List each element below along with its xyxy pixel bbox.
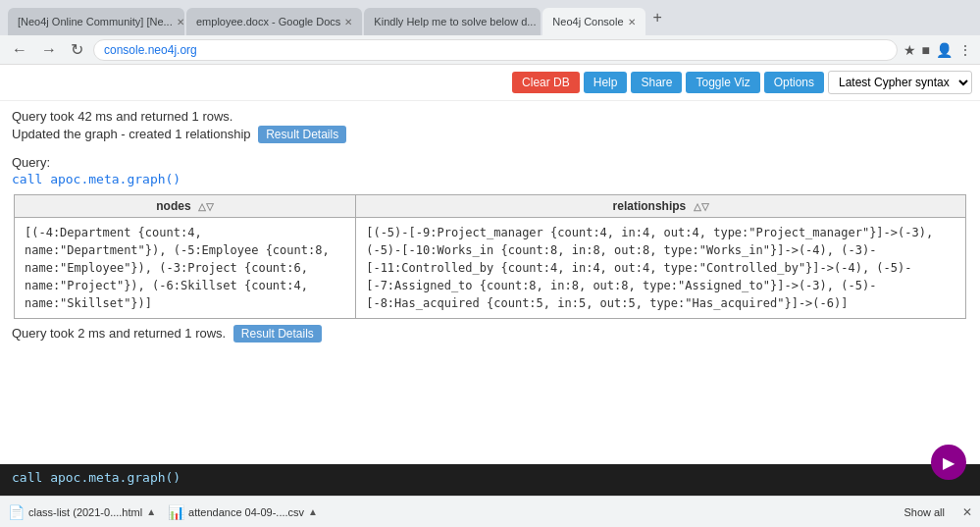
result-table: nodes △▽ relationships △▽ [(-4:Departmen… [14, 194, 966, 319]
play-icon: ▶ [943, 453, 954, 472]
browser-toolbar-icons: ★ ■ 👤 ⋮ [903, 42, 972, 58]
settings-icon[interactable]: ⋮ [958, 42, 972, 58]
result-line-1: Query took 42 ms and returned 1 rows. [12, 109, 968, 124]
table-row: [(-4:Department {count:4, name:"Departme… [15, 218, 966, 319]
result-details-button-1[interactable]: Result Details [258, 126, 346, 143]
tab-neo4j-community[interactable]: [Neo4j Online Community] [Ne... ✕ [8, 8, 184, 35]
tab-close-icon[interactable]: ✕ [177, 17, 184, 27]
download-item-2[interactable]: 📊 attendance 04-09-....csv ▲ [168, 504, 318, 520]
show-all-button[interactable]: Show all [898, 504, 951, 520]
cypher-syntax-select[interactable]: Latest Cypher syntax [828, 71, 972, 94]
toggle-viz-button[interactable]: Toggle Viz [686, 72, 759, 93]
csv-file-icon: 📊 [168, 504, 184, 520]
tab-google-docs[interactable]: employee.docx - Google Docs ✕ [186, 8, 362, 35]
help-button[interactable]: Help [584, 72, 628, 93]
profile-icon[interactable]: 👤 [936, 42, 953, 58]
clear-db-button[interactable]: Clear DB [512, 72, 580, 93]
query-label: Query: [12, 155, 968, 170]
query-timing: Query took 2 ms and returned 1 rows. Res… [12, 325, 968, 343]
tab-strip: [Neo4j Online Community] [Ne... ✕ employ… [8, 0, 668, 35]
cell-nodes: [(-4:Department {count:4, name:"Departme… [15, 218, 356, 319]
chevron-down-icon-1[interactable]: ▲ [146, 506, 156, 517]
main-content: Clear DB Help Share Toggle Viz Options L… [0, 65, 980, 496]
tab-close-icon[interactable]: ✕ [540, 17, 541, 27]
tab-neo4j-console[interactable]: Neo4j Console ✕ [542, 8, 645, 35]
address-bar: ← → ↻ console.neo4j.org ★ ■ 👤 ⋮ [0, 35, 980, 65]
download-item-1[interactable]: 📄 class-list (2021-0....html ▲ [8, 504, 156, 520]
query-area: Query took 42 ms and returned 1 rows. Up… [0, 101, 980, 464]
sort-icon-relationships[interactable]: △▽ [694, 201, 709, 212]
bookmark-icon[interactable]: ★ [903, 42, 916, 58]
forward-button[interactable]: → [37, 39, 61, 61]
sort-icon-nodes[interactable]: △▽ [198, 201, 214, 212]
url-input[interactable]: console.neo4j.org [93, 39, 898, 61]
options-button[interactable]: Options [764, 72, 824, 93]
share-button[interactable]: Share [631, 72, 682, 93]
bottom-input[interactable]: call apoc.meta.graph() [0, 464, 980, 496]
tab-close-icon[interactable]: ✕ [344, 17, 352, 27]
tab-help[interactable]: Kindly Help me to solve below d... ✕ [364, 8, 541, 35]
col-header-relationships: relationships △▽ [356, 195, 966, 218]
footer-bar: 📄 class-list (2021-0....html ▲ 📊 attenda… [0, 496, 980, 527]
tab-close-icon[interactable]: ✕ [628, 17, 636, 27]
result-details-button-2[interactable]: Result Details [233, 325, 322, 343]
extensions-icon[interactable]: ■ [922, 42, 930, 58]
browser-chrome: [Neo4j Online Community] [Ne... ✕ employ… [0, 0, 980, 35]
toolbar: Clear DB Help Share Toggle Viz Options L… [0, 65, 980, 101]
reload-button[interactable]: ↻ [67, 38, 87, 61]
back-button[interactable]: ← [8, 39, 31, 61]
footer-close-icon[interactable]: ✕ [962, 505, 972, 519]
chevron-down-icon-2[interactable]: ▲ [308, 506, 318, 517]
new-tab-button[interactable]: + [647, 9, 668, 26]
play-button[interactable]: ▶ [931, 445, 966, 480]
query-code: call apoc.meta.graph() [12, 172, 968, 186]
html-file-icon: 📄 [8, 504, 25, 520]
cell-relationships: [(-5)-[-9:Project_manager {count:4, in:4… [356, 218, 966, 319]
col-header-nodes: nodes △▽ [15, 195, 356, 218]
result-line-2: Updated the graph - created 1 relationsh… [12, 126, 968, 143]
